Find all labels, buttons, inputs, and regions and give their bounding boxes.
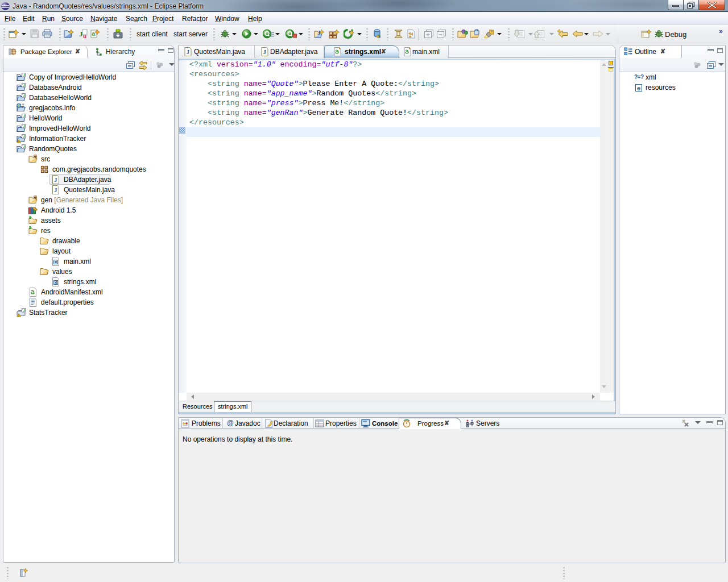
svg-text:J: J	[79, 30, 83, 38]
svg-text:J: J	[187, 48, 190, 55]
svg-text:u: u	[83, 32, 86, 39]
svg-text:a: a	[92, 31, 96, 37]
svg-text:J: J	[263, 48, 267, 55]
